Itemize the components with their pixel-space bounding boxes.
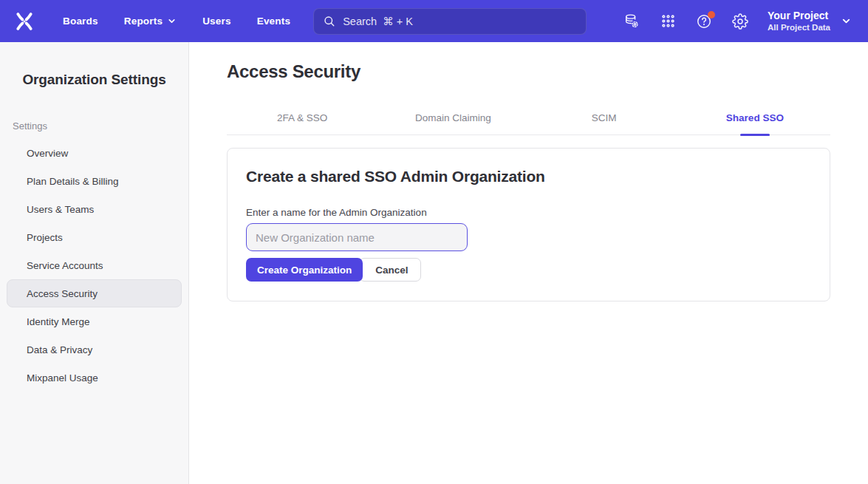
- org-name-label: Enter a name for the Admin Organization: [246, 207, 811, 218]
- org-name-input[interactable]: [246, 223, 468, 251]
- grid-dots-icon: [660, 13, 676, 29]
- global-search[interactable]: [313, 8, 587, 35]
- nav-users[interactable]: Users: [202, 16, 231, 27]
- chevron-down-icon: [167, 16, 177, 26]
- sidebar-item-identity-merge[interactable]: Identity Merge: [7, 307, 182, 335]
- database-gear-icon: [623, 13, 640, 30]
- apps-grid-button[interactable]: [660, 13, 676, 30]
- sidebar-item-data-privacy[interactable]: Data & Privacy: [7, 335, 182, 364]
- sidebar-item-plan-details-billing[interactable]: Plan Details & Billing: [7, 167, 182, 195]
- create-organization-button[interactable]: Create Organization: [246, 258, 363, 282]
- card-actions: Create Organization Cancel: [246, 258, 811, 282]
- nav-reports[interactable]: Reports: [124, 16, 177, 27]
- mixpanel-logo[interactable]: [13, 10, 35, 33]
- project-switcher[interactable]: Your Project All Project Data: [768, 10, 830, 33]
- tab-2fa-sso[interactable]: 2FA & SSO: [227, 106, 377, 134]
- search-input[interactable]: [343, 16, 577, 27]
- project-name: Your Project: [768, 10, 830, 23]
- tab-shared-sso[interactable]: Shared SSO: [680, 106, 830, 134]
- help-notification-badge: [708, 11, 715, 18]
- gear-icon: [732, 13, 748, 30]
- settings-button[interactable]: [732, 13, 748, 30]
- sidebar-section-label: Settings: [13, 120, 188, 132]
- sidebar-title: Organization Settings: [0, 72, 188, 88]
- project-expand-button[interactable]: [841, 16, 852, 27]
- create-sso-admin-org-card: Create a shared SSO Admin Organization E…: [227, 148, 830, 301]
- tab-scim[interactable]: SCIM: [529, 106, 680, 134]
- data-management-button[interactable]: [623, 13, 640, 30]
- tab-domain-claiming[interactable]: Domain Claiming: [377, 106, 528, 134]
- active-tab-underline: [740, 134, 770, 137]
- cancel-button[interactable]: Cancel: [359, 258, 420, 282]
- sidebar-item-mixpanel-usage[interactable]: Mixpanel Usage: [7, 364, 182, 392]
- sidebar-item-overview[interactable]: Overview: [7, 139, 182, 167]
- mixpanel-x-icon: [13, 10, 35, 33]
- nav-events[interactable]: Events: [257, 16, 290, 27]
- nav-reports-label: Reports: [124, 16, 163, 27]
- card-title: Create a shared SSO Admin Organization: [246, 168, 811, 185]
- sidebar-nav: Overview Plan Details & Billing Users & …: [0, 139, 188, 392]
- project-scope: All Project Data: [768, 22, 830, 33]
- sidebar-item-access-security[interactable]: Access Security: [7, 279, 182, 307]
- tab-shared-sso-label: Shared SSO: [726, 112, 784, 123]
- main-content: Access Security 2FA & SSO Domain Claimin…: [190, 42, 868, 484]
- sidebar-item-users-teams[interactable]: Users & Teams: [7, 195, 182, 223]
- settings-sidebar: Organization Settings Settings Overview …: [0, 42, 189, 484]
- help-button[interactable]: [696, 13, 712, 30]
- sidebar-item-service-accounts[interactable]: Service Accounts: [7, 251, 182, 279]
- page-title: Access Security: [227, 61, 830, 82]
- nav-boards[interactable]: Boards: [63, 16, 98, 27]
- sidebar-item-projects[interactable]: Projects: [7, 223, 182, 251]
- primary-nav: Boards Reports Users Events: [63, 16, 290, 27]
- tab-bar: 2FA & SSO Domain Claiming SCIM Shared SS…: [227, 106, 830, 135]
- search-icon: [323, 15, 336, 28]
- navbar-right-group: Your Project All Project Data: [623, 10, 852, 33]
- chevron-down-icon: [841, 16, 852, 27]
- top-navbar: Boards Reports Users Events: [0, 0, 868, 42]
